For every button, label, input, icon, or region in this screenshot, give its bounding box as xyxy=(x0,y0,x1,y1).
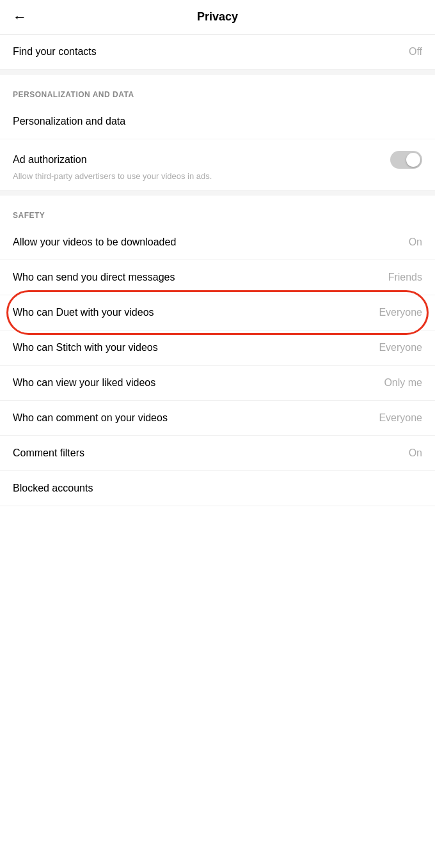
stitch-row[interactable]: Who can Stitch with your videos Everyone xyxy=(0,330,435,366)
stitch-value: Everyone xyxy=(379,342,422,353)
direct-messages-value: Friends xyxy=(388,272,422,283)
personalization-data-label: Personalization and data xyxy=(13,116,422,127)
back-button[interactable]: ← xyxy=(13,9,27,26)
toggle-knob xyxy=(406,153,420,167)
header: ← Privacy xyxy=(0,0,435,35)
allow-downloads-row[interactable]: Allow your videos to be downloaded On xyxy=(0,225,435,260)
ad-authorization-desc: Allow third-party advertisers to use you… xyxy=(0,171,435,190)
find-contacts-row[interactable]: Find your contacts Off xyxy=(0,35,435,70)
ad-authorization-label: Ad authorization xyxy=(13,154,390,166)
section-divider-2 xyxy=(0,190,435,196)
comment-value: Everyone xyxy=(379,412,422,424)
liked-videos-value: Only me xyxy=(384,377,422,389)
stitch-label: Who can Stitch with your videos xyxy=(13,342,371,353)
comment-row[interactable]: Who can comment on your videos Everyone xyxy=(0,401,435,436)
allow-downloads-value: On xyxy=(409,236,422,248)
personalization-data-row[interactable]: Personalization and data xyxy=(0,104,435,139)
duet-row[interactable]: Who can Duet with your videos Everyone xyxy=(0,295,435,330)
section-label-personalization: PERSONALIZATION AND DATA xyxy=(0,75,435,104)
liked-videos-row[interactable]: Who can view your liked videos Only me xyxy=(0,366,435,401)
duet-value: Everyone xyxy=(379,307,422,318)
comment-filters-label: Comment filters xyxy=(13,447,401,459)
comment-label: Who can comment on your videos xyxy=(13,412,371,424)
blocked-accounts-row[interactable]: Blocked accounts xyxy=(0,471,435,506)
ad-authorization-row[interactable]: Ad authorization xyxy=(0,139,435,171)
comment-filters-value: On xyxy=(409,447,422,459)
section-divider-1 xyxy=(0,70,435,75)
section-label-safety: SAFETY xyxy=(0,196,435,225)
page-title: Privacy xyxy=(197,10,238,24)
find-contacts-value: Off xyxy=(409,46,422,58)
liked-videos-label: Who can view your liked videos xyxy=(13,377,376,389)
duet-label: Who can Duet with your videos xyxy=(13,307,371,318)
blocked-accounts-label: Blocked accounts xyxy=(13,483,422,494)
allow-downloads-label: Allow your videos to be downloaded xyxy=(13,236,401,248)
find-contacts-label: Find your contacts xyxy=(13,46,401,58)
comment-filters-row[interactable]: Comment filters On xyxy=(0,436,435,471)
ad-authorization-toggle[interactable] xyxy=(390,151,422,169)
direct-messages-row[interactable]: Who can send you direct messages Friends xyxy=(0,260,435,295)
direct-messages-label: Who can send you direct messages xyxy=(13,272,381,283)
